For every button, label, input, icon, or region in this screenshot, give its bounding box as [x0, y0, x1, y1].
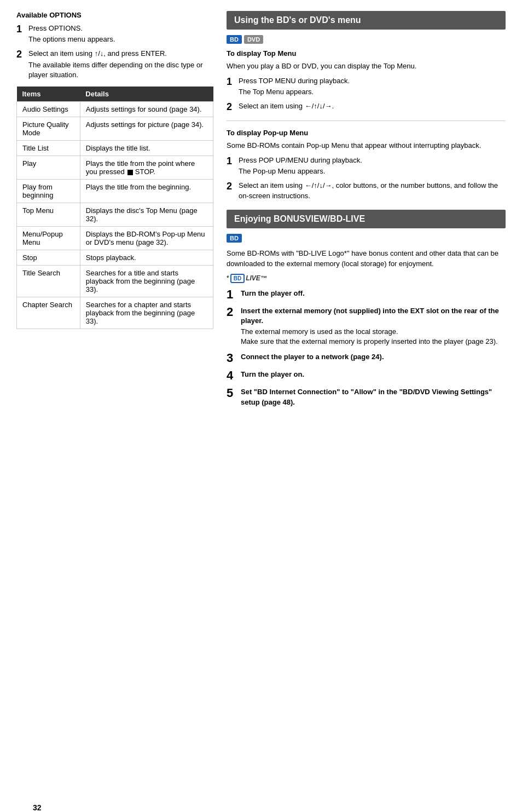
top-menu-step-1-sub: The Top Menu appears. — [239, 87, 350, 97]
popup-step-2-num: 2 — [227, 181, 235, 193]
dvd-badge: DVD — [244, 35, 263, 44]
table-cell-detail: Searches for a chapter and starts playba… — [80, 297, 213, 329]
bonusview-step-num: 2 — [227, 306, 237, 318]
table-cell-detail: Displays the disc's Top Menu (page 32). — [80, 203, 213, 226]
bonusview-step: 5Set "BD Internet Connection" to "Allow"… — [227, 387, 506, 407]
table-row: Top MenuDisplays the disc's Top Menu (pa… — [17, 203, 213, 226]
options-steps: 1 Press OPTIONS. The options menu appear… — [16, 24, 213, 80]
bonusview-step-main: Turn the player off. — [241, 289, 305, 297]
table-cell-detail: Stops playback. — [80, 250, 213, 265]
step-1-main: Press OPTIONS. — [28, 24, 83, 32]
table-cell-item: Play — [17, 156, 80, 179]
bonusview-step: 2Insert the external memory (not supplie… — [227, 306, 506, 347]
table-cell-detail: Displays the BD-ROM's Pop-up Menu or DVD… — [80, 226, 213, 250]
top-menu-step-2-main: Select an item using ←/↑/↓/→. — [239, 102, 334, 110]
bonusview-step-num: 1 — [227, 289, 237, 301]
popup-step-2: 2 Select an item using ←/↑/↓/→, color bu… — [227, 181, 506, 200]
bdlive-badge: BD — [230, 274, 245, 283]
bonusview-step-num: 4 — [227, 370, 237, 382]
table-cell-detail: Searches for a title and starts playback… — [80, 265, 213, 297]
bonusview-step-content: Connect the player to a network (page 24… — [241, 352, 384, 362]
table-row: PlayPlays the title from the point where… — [17, 156, 213, 179]
bonusview-section-header: Enjoying BONUSVIEW/BD-LIVE — [227, 210, 506, 228]
bdlive-text: LIVE™ — [246, 274, 267, 282]
popup-menu-body: Some BD-ROMs contain Pop-up Menu that ap… — [227, 140, 506, 151]
table-cell-detail: Adjusts settings for picture (page 34). — [80, 117, 213, 140]
popup-step-1-sub: The Pop-up Menu appears. — [239, 166, 362, 176]
popup-menu-title: To display Pop-up Menu — [227, 129, 506, 137]
table-row: Play from beginningPlays the title from … — [17, 179, 213, 203]
top-menu-step-2: 2 Select an item using ←/↑/↓/→. — [227, 101, 506, 113]
top-menu-step-1: 1 Press TOP MENU during playback. The To… — [227, 76, 506, 97]
right-column: Using the BD's or DVD's menu BD DVD To d… — [227, 11, 506, 414]
top-menu-body: When you play a BD or DVD, you can displ… — [227, 61, 506, 72]
table-cell-detail: Plays the title from the point where you… — [80, 156, 213, 179]
bonusview-step-num: 5 — [227, 387, 237, 399]
left-column: Available OPTIONS 1 Press OPTIONS. The o… — [16, 11, 213, 414]
bonusview-step: 4Turn the player on. — [227, 370, 506, 382]
table-cell-item: Menu/Popup Menu — [17, 226, 80, 250]
step-1-sub: The options menu appears. — [28, 34, 115, 44]
table-row: Audio SettingsAdjusts settings for sound… — [17, 101, 213, 117]
step-1-num: 1 — [16, 24, 25, 36]
top-menu-title: To display Top Menu — [227, 49, 506, 57]
bonusview-step-main: Set "BD Internet Connection" to "Allow" … — [241, 388, 492, 406]
popup-step-2-main: Select an item using ←/↑/↓/→, color butt… — [239, 181, 498, 199]
available-options-title: Available OPTIONS — [16, 11, 213, 19]
bd-badge: BD — [227, 35, 242, 44]
bonusview-step-content: Turn the player on. — [241, 370, 304, 379]
step-1: 1 Press OPTIONS. The options menu appear… — [16, 24, 213, 44]
bonusview-step-main: Connect the player to a network (page 24… — [241, 353, 384, 361]
top-menu-steps: 1 Press TOP MENU during playback. The To… — [227, 76, 506, 113]
stop-icon — [127, 170, 133, 175]
popup-step-2-content: Select an item using ←/↑/↓/→, color butt… — [239, 181, 506, 200]
bdlive-asterisk: * — [227, 274, 229, 282]
bd-dvd-section-header: Using the BD's or DVD's menu — [227, 11, 506, 30]
popup-step-1-main: Press POP UP/MENU during playback. — [239, 156, 362, 164]
col-details: Details — [80, 87, 213, 102]
top-menu-step-1-num: 1 — [227, 76, 235, 88]
bonusview-body: Some BD-ROMs with "BD-LIVE Logo*" have b… — [227, 248, 506, 269]
bd-dvd-badges: BD DVD — [227, 35, 506, 44]
bonusview-step: 3Connect the player to a network (page 2… — [227, 352, 506, 364]
bonusview-step-content: Turn the player off. — [241, 289, 305, 298]
table-row: Title ListDisplays the title list. — [17, 140, 213, 156]
top-menu-step-1-content: Press TOP MENU during playback. The Top … — [239, 76, 350, 97]
popup-step-1-num: 1 — [227, 156, 235, 168]
step-2: 2 Select an item using ↑/↓, and press EN… — [16, 49, 213, 80]
popup-step-1-content: Press POP UP/MENU during playback. The P… — [239, 156, 362, 176]
top-menu-step-2-content: Select an item using ←/↑/↓/→. — [239, 101, 334, 111]
table-cell-item: Audio Settings — [17, 101, 80, 117]
table-cell-detail: Adjusts settings for sound (page 34). — [80, 101, 213, 117]
table-row: Chapter SearchSearches for a chapter and… — [17, 297, 213, 329]
page-number: 32 — [33, 803, 42, 812]
bonusview-section: Enjoying BONUSVIEW/BD-LIVE BD Some BD-RO… — [227, 210, 506, 407]
table-row: Picture Quality ModeAdjusts settings for… — [17, 117, 213, 140]
table-cell-item: Stop — [17, 250, 80, 265]
table-cell-item: Top Menu — [17, 203, 80, 226]
bonusview-step-content: Insert the external memory (not supplied… — [241, 306, 506, 347]
table-cell-item: Title Search — [17, 265, 80, 297]
step-2-main: Select an item using ↑/↓, and press ENTE… — [28, 49, 167, 57]
top-menu-step-1-main: Press TOP MENU during playback. — [239, 77, 350, 85]
bonusview-step-num: 3 — [227, 352, 237, 364]
divider-1 — [227, 120, 506, 121]
table-cell-item: Chapter Search — [17, 297, 80, 329]
bonusview-step-main: Insert the external memory (not supplied… — [241, 307, 499, 325]
step-1-content: Press OPTIONS. The options menu appears. — [28, 24, 115, 44]
bdlive-logo: * BD LIVE™ — [227, 274, 506, 283]
table-row: Title SearchSearches for a title and sta… — [17, 265, 213, 297]
step-2-num: 2 — [16, 49, 25, 61]
table-cell-detail: Plays the title from the beginning. — [80, 179, 213, 203]
table-cell-item: Play from beginning — [17, 179, 80, 203]
step-2-content: Select an item using ↑/↓, and press ENTE… — [28, 49, 213, 80]
options-table: Items Details Audio SettingsAdjusts sett… — [16, 87, 213, 329]
bonusview-step-sub: The external memory is used as the local… — [241, 327, 506, 347]
top-menu-step-2-num: 2 — [227, 101, 235, 113]
table-cell-detail: Displays the title list. — [80, 140, 213, 156]
table-cell-item: Title List — [17, 140, 80, 156]
bonusview-step-content: Set "BD Internet Connection" to "Allow" … — [241, 387, 506, 407]
bonusview-badges: BD — [227, 234, 506, 243]
bonusview-steps: 1Turn the player off.2Insert the externa… — [227, 289, 506, 407]
step-2-sub: The available items differ depending on … — [28, 60, 213, 80]
